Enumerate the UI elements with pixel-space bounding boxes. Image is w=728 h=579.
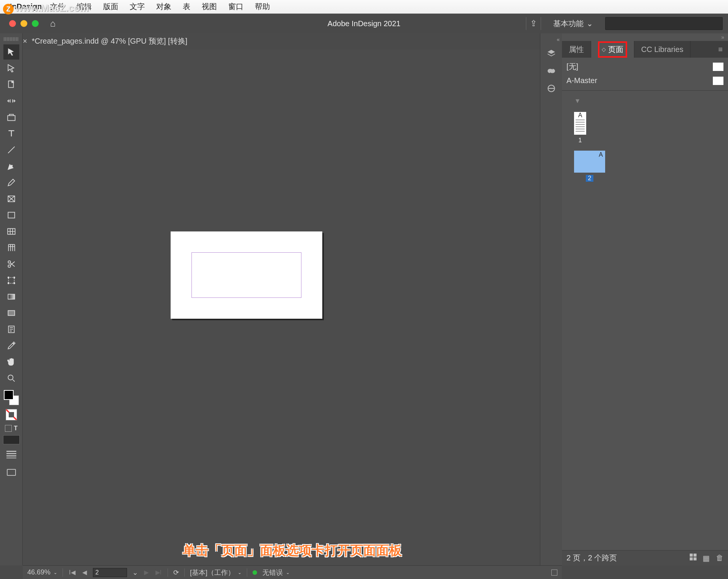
svg-point-2 — [11, 165, 12, 166]
svg-point-9 — [8, 277, 9, 278]
links-panel-icon[interactable] — [545, 65, 558, 77]
document-tab[interactable]: × *Create_pages.indd @ 47% [GPU 预览] [转换] — [23, 33, 187, 49]
workspace-selector[interactable]: 基本功能 ⌄ — [549, 19, 598, 29]
page-tool[interactable] — [3, 77, 19, 92]
preflight-profile-dropdown[interactable]: [基本]（工作）⌄ — [190, 568, 242, 577]
chevron-down-icon[interactable]: ⌄ — [132, 568, 138, 577]
window-controls — [9, 20, 39, 27]
format-container-text[interactable]: T — [5, 425, 18, 432]
preflight-errors-dropdown[interactable]: 无错误⌄ — [262, 568, 290, 577]
prev-page-button[interactable]: ◀ — [82, 569, 88, 576]
rectangle-frame-tool[interactable] — [3, 191, 19, 206]
close-window-button[interactable] — [9, 20, 16, 27]
pages-footer-status: 2 页，2 个跨页 — [566, 553, 617, 563]
menu-help[interactable]: 帮助 — [255, 2, 270, 12]
menu-table[interactable]: 表 — [183, 2, 190, 12]
menu-layout[interactable]: 版面 — [103, 2, 118, 12]
grid-tool-2[interactable] — [3, 240, 19, 255]
menu-window[interactable]: 窗口 — [228, 2, 243, 12]
panel-tabs: 属性 ◇ 页面 CC Libraries ≡ — [562, 41, 728, 58]
layers-panel-icon[interactable] — [545, 47, 558, 60]
last-page-button[interactable]: ▶I — [155, 569, 162, 576]
stroke-panel-icon[interactable] — [545, 82, 558, 95]
panel-menu-icon[interactable]: ≡ — [713, 41, 728, 58]
stroke-indicator[interactable] — [4, 407, 19, 422]
orientation-icon[interactable]: ⟳ — [173, 568, 179, 577]
gradient-feather-tool[interactable] — [3, 305, 19, 321]
pencil-tool[interactable] — [3, 175, 19, 190]
gradient-swatch-tool[interactable] — [3, 289, 19, 304]
search-input[interactable] — [605, 17, 723, 30]
hand-tool[interactable] — [3, 354, 19, 370]
master-none[interactable]: [无] — [566, 61, 723, 72]
tab-pages[interactable]: ◇ 页面 — [591, 41, 634, 58]
chevron-down-icon: ⌄ — [53, 570, 57, 575]
direct-selection-tool[interactable] — [3, 61, 19, 76]
svg-point-11 — [8, 283, 9, 284]
selection-tool[interactable] — [3, 44, 19, 60]
minimize-window-button[interactable] — [20, 20, 27, 27]
toolbox-grip[interactable] — [4, 37, 19, 41]
window-arrange-icon[interactable] — [551, 570, 557, 576]
maximize-window-button[interactable] — [32, 20, 39, 27]
free-transform-tool[interactable] — [3, 273, 19, 288]
rectangle-tool[interactable] — [3, 208, 19, 223]
content-collector-tool[interactable] — [3, 110, 19, 125]
tab-pages-highlight: ◇ 页面 — [598, 41, 627, 58]
page-number-input[interactable] — [93, 568, 127, 577]
pages-list: ▾ A 1 A 2 — [562, 91, 728, 187]
pages-grid-icon[interactable] — [690, 554, 697, 560]
master-a-label: A-Master — [566, 76, 597, 85]
pen-tool[interactable] — [3, 159, 19, 174]
scissors-tool[interactable] — [3, 256, 19, 272]
panel-collapse-icon[interactable]: » — [562, 33, 728, 41]
close-tab-icon[interactable]: × — [23, 37, 27, 46]
view-mode-normal[interactable] — [3, 447, 19, 462]
home-icon[interactable]: ⌂ — [50, 18, 56, 29]
canvas-area[interactable]: 单击「页面」面板选项卡打开页面面板 — [23, 49, 562, 565]
tab-properties[interactable]: 属性 — [562, 41, 591, 58]
tab-cclibraries[interactable]: CC Libraries — [634, 41, 690, 58]
document-tab-label: *Create_pages.indd @ 47% [GPU 预览] [转换] — [32, 36, 187, 46]
pages-panel-footer: 2 页，2 个跨页 ▦ 🗑 — [562, 550, 728, 565]
delete-page-icon[interactable]: 🗑 — [716, 554, 723, 563]
master-a[interactable]: A-Master — [566, 76, 723, 85]
share-icon[interactable]: ⇪ — [526, 17, 541, 30]
svg-point-10 — [13, 277, 14, 278]
toolbox: T — [0, 33, 23, 565]
grid-tool[interactable] — [3, 224, 19, 239]
apply-color-row[interactable] — [3, 435, 20, 444]
menu-file[interactable]: 文件 — [50, 2, 65, 12]
svg-rect-4 — [8, 212, 14, 218]
svg-point-12 — [13, 283, 14, 284]
type-tool[interactable] — [3, 126, 19, 141]
note-tool[interactable] — [3, 322, 19, 337]
menu-view[interactable]: 视图 — [202, 2, 217, 12]
svg-rect-8 — [8, 277, 14, 283]
page-1-thumb: A — [574, 112, 586, 135]
page-1[interactable]: A 1 — [574, 112, 586, 144]
app-title: Adobe InDesign 2021 — [328, 19, 400, 28]
app-name[interactable]: InDesign — [10, 2, 42, 11]
first-page-button[interactable]: I◀ — [68, 569, 76, 576]
menu-object[interactable]: 对象 — [156, 2, 171, 12]
eyedropper-tool[interactable] — [3, 338, 19, 353]
menu-edit[interactable]: 编辑 — [77, 2, 92, 12]
gap-tool[interactable] — [3, 93, 19, 109]
fill-stroke-swatch[interactable] — [3, 389, 20, 406]
new-page-icon[interactable]: ▦ — [703, 554, 710, 563]
master-pages-list: [无] A-Master — [562, 58, 728, 91]
expand-dock-icon[interactable]: « — [557, 36, 560, 42]
zoom-dropdown[interactable]: 46.69%⌄ — [27, 568, 57, 576]
master-none-thumb — [713, 63, 723, 71]
menu-type[interactable]: 文字 — [130, 2, 145, 12]
view-mode-preview[interactable] — [3, 465, 19, 480]
master-a-thumb — [713, 77, 723, 85]
next-page-button[interactable]: ▶ — [143, 569, 149, 576]
line-tool[interactable] — [3, 142, 19, 157]
page-spread[interactable] — [171, 231, 322, 319]
svg-rect-13 — [8, 294, 14, 299]
svg-rect-14 — [8, 311, 14, 316]
zoom-tool[interactable] — [3, 371, 19, 386]
page-2[interactable]: A 2 — [574, 151, 605, 182]
